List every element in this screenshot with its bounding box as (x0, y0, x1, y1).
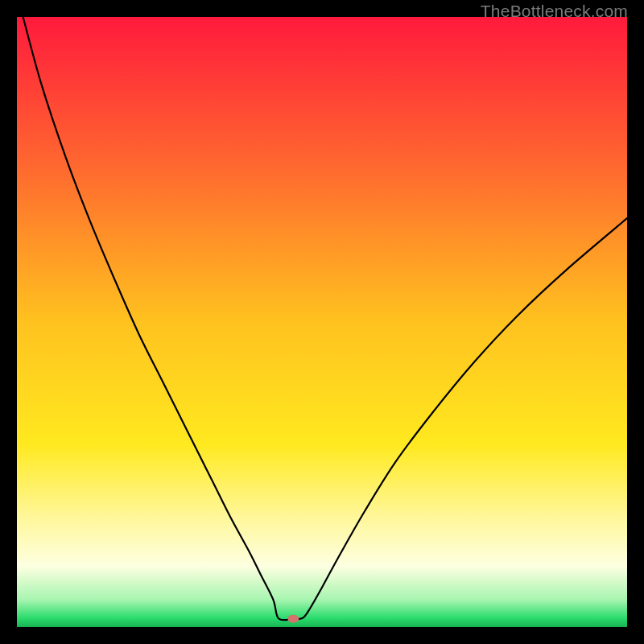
optimal-point-marker (287, 615, 299, 623)
chart-frame (17, 17, 627, 627)
gradient-background (17, 17, 627, 627)
bottleneck-chart (17, 17, 627, 627)
